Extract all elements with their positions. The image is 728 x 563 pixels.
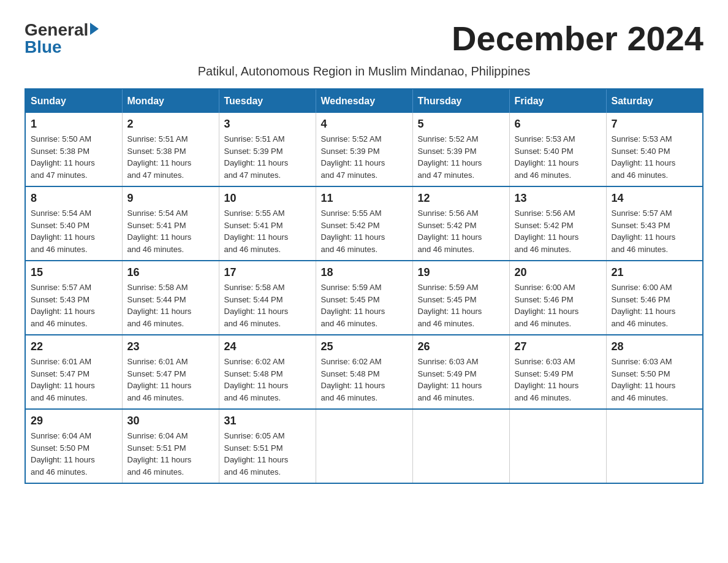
calendar-week-row: 29 Sunrise: 6:04 AMSunset: 5:50 PMDaylig…	[25, 409, 703, 483]
day-number: 12	[418, 192, 504, 205]
day-info: Sunrise: 5:57 AMSunset: 5:43 PMDaylight:…	[612, 209, 676, 254]
logo: General Blue	[25, 18, 99, 56]
calendar-day-cell: 2 Sunrise: 5:51 AMSunset: 5:38 PMDayligh…	[122, 113, 219, 186]
day-number: 2	[127, 118, 214, 131]
calendar-day-cell: 25 Sunrise: 6:02 AMSunset: 5:48 PMDaylig…	[316, 335, 412, 409]
day-info: Sunrise: 5:52 AMSunset: 5:39 PMDaylight:…	[418, 134, 482, 180]
calendar-table: SundayMondayTuesdayWednesdayThursdayFrid…	[25, 88, 703, 484]
day-of-week-header: Thursday	[412, 89, 509, 113]
day-number: 15	[31, 266, 117, 279]
day-number: 29	[31, 415, 117, 427]
day-info: Sunrise: 6:03 AMSunset: 5:49 PMDaylight:…	[515, 357, 579, 402]
day-info: Sunrise: 6:03 AMSunset: 5:50 PMDaylight:…	[612, 357, 676, 402]
calendar-day-cell	[412, 409, 509, 483]
day-info: Sunrise: 5:55 AMSunset: 5:42 PMDaylight:…	[321, 209, 385, 254]
calendar-day-cell: 3 Sunrise: 5:51 AMSunset: 5:39 PMDayligh…	[219, 113, 316, 186]
day-of-week-header: Tuesday	[219, 89, 316, 113]
day-info: Sunrise: 5:58 AMSunset: 5:44 PMDaylight:…	[127, 283, 192, 328]
calendar-day-cell: 6 Sunrise: 5:53 AMSunset: 5:40 PMDayligh…	[509, 113, 606, 186]
logo-general-text: General	[25, 21, 88, 39]
day-number: 1	[31, 118, 117, 131]
calendar-day-cell	[509, 409, 606, 483]
calendar-day-cell: 30 Sunrise: 6:04 AMSunset: 5:51 PMDaylig…	[122, 409, 219, 483]
day-number: 19	[418, 266, 504, 279]
day-info: Sunrise: 5:52 AMSunset: 5:39 PMDaylight:…	[321, 134, 385, 180]
day-number: 6	[515, 118, 601, 131]
day-number: 26	[418, 340, 504, 353]
calendar-day-cell: 26 Sunrise: 6:03 AMSunset: 5:49 PMDaylig…	[412, 335, 509, 409]
day-info: Sunrise: 5:54 AMSunset: 5:41 PMDaylight:…	[127, 209, 192, 254]
calendar-day-cell: 31 Sunrise: 6:05 AMSunset: 5:51 PMDaylig…	[219, 409, 316, 483]
calendar-week-row: 15 Sunrise: 5:57 AMSunset: 5:43 PMDaylig…	[25, 261, 703, 335]
logo-arrow-icon	[90, 23, 99, 35]
calendar-day-cell: 29 Sunrise: 6:04 AMSunset: 5:50 PMDaylig…	[25, 409, 122, 483]
calendar-day-cell: 14 Sunrise: 5:57 AMSunset: 5:43 PMDaylig…	[606, 186, 703, 261]
day-number: 30	[127, 415, 214, 427]
day-of-week-header: Wednesday	[316, 89, 412, 113]
calendar-day-cell: 22 Sunrise: 6:01 AMSunset: 5:47 PMDaylig…	[25, 335, 122, 409]
calendar-day-cell: 8 Sunrise: 5:54 AMSunset: 5:40 PMDayligh…	[25, 186, 122, 261]
day-info: Sunrise: 6:03 AMSunset: 5:49 PMDaylight:…	[418, 357, 482, 402]
day-info: Sunrise: 5:56 AMSunset: 5:42 PMDaylight:…	[515, 209, 579, 254]
calendar-day-cell: 27 Sunrise: 6:03 AMSunset: 5:49 PMDaylig…	[509, 335, 606, 409]
day-number: 9	[127, 192, 214, 205]
calendar-day-cell: 7 Sunrise: 5:53 AMSunset: 5:40 PMDayligh…	[606, 113, 703, 186]
calendar-week-row: 1 Sunrise: 5:50 AMSunset: 5:38 PMDayligh…	[25, 113, 703, 186]
day-number: 5	[418, 118, 504, 131]
day-number: 20	[515, 266, 601, 279]
calendar-day-cell	[606, 409, 703, 483]
calendar-day-cell: 13 Sunrise: 5:56 AMSunset: 5:42 PMDaylig…	[509, 186, 606, 261]
calendar-day-cell: 12 Sunrise: 5:56 AMSunset: 5:42 PMDaylig…	[412, 186, 509, 261]
day-info: Sunrise: 5:53 AMSunset: 5:40 PMDaylight:…	[515, 134, 579, 180]
day-number: 22	[31, 340, 117, 353]
day-info: Sunrise: 5:55 AMSunset: 5:41 PMDaylight:…	[224, 209, 289, 254]
day-number: 11	[321, 192, 408, 205]
calendar-day-cell: 23 Sunrise: 6:01 AMSunset: 5:47 PMDaylig…	[122, 335, 219, 409]
calendar-day-cell: 10 Sunrise: 5:55 AMSunset: 5:41 PMDaylig…	[219, 186, 316, 261]
subtitle: Patikul, Autonomous Region in Muslim Min…	[25, 64, 703, 79]
calendar-day-cell: 24 Sunrise: 6:02 AMSunset: 5:48 PMDaylig…	[219, 335, 316, 409]
day-info: Sunrise: 6:02 AMSunset: 5:48 PMDaylight:…	[224, 357, 289, 402]
day-number: 28	[612, 340, 698, 353]
day-info: Sunrise: 6:04 AMSunset: 5:50 PMDaylight:…	[31, 431, 95, 477]
day-of-week-header: Monday	[122, 89, 219, 113]
calendar-day-cell: 4 Sunrise: 5:52 AMSunset: 5:39 PMDayligh…	[316, 113, 412, 186]
day-number: 21	[612, 266, 698, 279]
day-info: Sunrise: 5:59 AMSunset: 5:45 PMDaylight:…	[321, 283, 385, 328]
calendar-day-cell: 20 Sunrise: 6:00 AMSunset: 5:46 PMDaylig…	[509, 261, 606, 335]
day-info: Sunrise: 6:01 AMSunset: 5:47 PMDaylight:…	[127, 357, 192, 402]
day-number: 14	[612, 192, 698, 205]
day-info: Sunrise: 6:00 AMSunset: 5:46 PMDaylight:…	[515, 283, 579, 328]
day-number: 7	[612, 118, 698, 131]
day-number: 16	[127, 266, 214, 279]
day-number: 4	[321, 118, 408, 131]
calendar-day-cell: 15 Sunrise: 5:57 AMSunset: 5:43 PMDaylig…	[25, 261, 122, 335]
day-number: 3	[224, 118, 311, 131]
month-title: December 2024	[452, 18, 703, 58]
day-number: 18	[321, 266, 408, 279]
calendar-week-row: 22 Sunrise: 6:01 AMSunset: 5:47 PMDaylig…	[25, 335, 703, 409]
calendar-day-cell: 18 Sunrise: 5:59 AMSunset: 5:45 PMDaylig…	[316, 261, 412, 335]
day-number: 25	[321, 340, 408, 353]
calendar-day-cell: 17 Sunrise: 5:58 AMSunset: 5:44 PMDaylig…	[219, 261, 316, 335]
day-info: Sunrise: 5:50 AMSunset: 5:38 PMDaylight:…	[31, 134, 95, 180]
day-info: Sunrise: 6:01 AMSunset: 5:47 PMDaylight:…	[31, 357, 95, 402]
calendar-day-cell: 21 Sunrise: 6:00 AMSunset: 5:46 PMDaylig…	[606, 261, 703, 335]
day-number: 24	[224, 340, 311, 353]
calendar-day-cell	[316, 409, 412, 483]
day-info: Sunrise: 5:51 AMSunset: 5:39 PMDaylight:…	[224, 134, 289, 180]
day-info: Sunrise: 5:51 AMSunset: 5:38 PMDaylight:…	[127, 134, 192, 180]
calendar-day-cell: 16 Sunrise: 5:58 AMSunset: 5:44 PMDaylig…	[122, 261, 219, 335]
calendar-day-cell: 9 Sunrise: 5:54 AMSunset: 5:41 PMDayligh…	[122, 186, 219, 261]
calendar-day-cell: 28 Sunrise: 6:03 AMSunset: 5:50 PMDaylig…	[606, 335, 703, 409]
calendar-day-cell: 19 Sunrise: 5:59 AMSunset: 5:45 PMDaylig…	[412, 261, 509, 335]
day-number: 17	[224, 266, 311, 279]
day-number: 31	[224, 415, 311, 427]
calendar-day-cell: 11 Sunrise: 5:55 AMSunset: 5:42 PMDaylig…	[316, 186, 412, 261]
day-info: Sunrise: 6:02 AMSunset: 5:48 PMDaylight:…	[321, 357, 385, 402]
day-number: 8	[31, 192, 117, 205]
day-of-week-header: Saturday	[606, 89, 703, 113]
day-info: Sunrise: 5:53 AMSunset: 5:40 PMDaylight:…	[612, 134, 676, 180]
day-info: Sunrise: 5:58 AMSunset: 5:44 PMDaylight:…	[224, 283, 289, 328]
day-of-week-header: Friday	[509, 89, 606, 113]
